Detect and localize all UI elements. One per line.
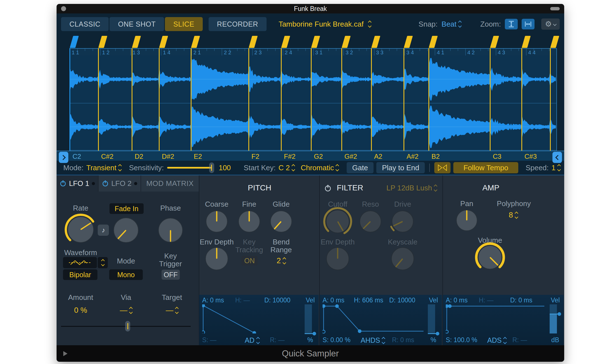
hold-value[interactable]: H: — [235, 297, 250, 304]
crossfade-button[interactable] [434, 162, 451, 173]
slice-flag-icon[interactable] [132, 36, 141, 48]
velocity-handle-dot[interactable] [436, 332, 439, 335]
velocity-handle-dot[interactable] [312, 332, 316, 335]
slice-marker[interactable] [132, 48, 132, 151]
scale-select[interactable]: Chromatic [301, 164, 339, 172]
velocity-slider[interactable] [428, 304, 435, 333]
amount-slider[interactable] [61, 326, 191, 327]
envelope-graph[interactable] [323, 304, 426, 333]
sustain-value[interactable]: S: 0.00 % [323, 336, 351, 344]
amp-envelope-panel[interactable]: A: 0 ms H: — D: 0 ms Vel S: 100.0 % ADS … [442, 295, 564, 345]
slice-flag-icon[interactable] [522, 36, 531, 48]
slice-flag-icon[interactable] [281, 36, 290, 48]
settings-menu-button[interactable]: ⚙ [541, 18, 560, 30]
speed-select[interactable]: 1 [552, 164, 560, 172]
via-select[interactable]: — [120, 306, 132, 315]
rate-knob[interactable] [64, 213, 97, 247]
envelope-mode-select[interactable]: ADS [487, 336, 506, 344]
slice-marker[interactable] [159, 48, 160, 151]
polyphony-select[interactable]: 8 [509, 211, 518, 220]
drive-knob[interactable] [388, 207, 417, 237]
filter-envelope-panel[interactable]: A: 0 ms H: 606 ms D: 10000 Vel S: 0.00 %… [319, 295, 442, 345]
waveform-display[interactable]: 1 11 21 31 42 12 22 32 43 13 23 33 44 14… [57, 35, 564, 161]
slice-flag-icon[interactable] [429, 36, 438, 48]
tab-lfo-1[interactable]: LFO 1 [57, 175, 99, 192]
slice-marker[interactable] [490, 48, 491, 151]
decay-value[interactable]: D: 10000 [389, 297, 415, 304]
sample-file-selector[interactable]: Tamborine Funk Break.caf [279, 20, 371, 29]
slice-flag-icon[interactable] [550, 36, 559, 48]
slice-marker[interactable] [191, 48, 192, 151]
release-value[interactable]: R: — [270, 336, 284, 344]
slice-flag-icon[interactable] [371, 36, 380, 48]
sensitivity-slider-handle[interactable] [209, 162, 214, 173]
lfo-mode-selector[interactable]: Mono [109, 269, 143, 280]
slice-marker[interactable] [281, 48, 282, 151]
bend-range-select[interactable]: 2 [277, 256, 286, 265]
fade-in-selector[interactable]: Fade In [109, 203, 144, 214]
slice-flag-icon[interactable] [98, 36, 107, 48]
start-key-select[interactable]: C 2 [279, 164, 295, 172]
slice-flag-icon[interactable] [404, 36, 413, 48]
power-icon[interactable] [102, 180, 109, 187]
slice-marker[interactable] [521, 48, 522, 151]
key-tracking-toggle[interactable]: ON [241, 256, 258, 265]
envelope-graph[interactable] [202, 304, 302, 333]
amount-value[interactable]: 0 % [74, 306, 87, 315]
slice-marker[interactable] [311, 48, 312, 151]
hold-value[interactable]: H: — [479, 297, 493, 304]
sustain-value[interactable]: S: 100.0 % [446, 336, 477, 344]
zoom-vertical-button[interactable] [505, 19, 518, 29]
slice-marker[interactable] [341, 48, 342, 151]
release-value[interactable]: R: — [512, 336, 527, 344]
slice-marker[interactable] [403, 48, 404, 151]
slice-marker[interactable] [428, 48, 429, 151]
amount-slider-handle[interactable] [125, 321, 130, 332]
sensitivity-slider[interactable] [167, 167, 212, 169]
slice-flag-icon[interactable] [342, 36, 351, 48]
phase-knob[interactable] [155, 214, 186, 247]
polarity-selector[interactable]: Bipolar [63, 269, 97, 280]
slice-flag-icon[interactable] [249, 36, 258, 48]
volume-knob[interactable] [475, 242, 505, 274]
envelope-mode-select[interactable]: AHDS [361, 336, 385, 344]
zoom-horizontal-button[interactable] [522, 19, 535, 29]
fine-knob[interactable] [235, 207, 263, 237]
target-select[interactable]: — [166, 306, 178, 315]
decay-value[interactable]: D: 0 ms [510, 297, 532, 304]
slice-marker[interactable] [248, 48, 249, 151]
keyscale-knob[interactable] [388, 244, 417, 275]
release-value[interactable]: R: 0 ms [392, 336, 414, 344]
tab-classic[interactable]: CLASSIC [61, 17, 109, 31]
key-trigger-toggle[interactable]: OFF [162, 270, 180, 280]
slice-marker[interactable] [98, 48, 99, 151]
tab-mod-matrix[interactable]: MOD MATRIX [141, 175, 199, 192]
attack-value[interactable]: A: 0 ms [323, 297, 344, 304]
attack-value[interactable]: A: 0 ms [446, 297, 468, 304]
velocity-slider[interactable] [305, 304, 312, 333]
filter-env-depth-knob[interactable] [323, 244, 353, 275]
window-resize-handle[interactable] [550, 7, 560, 10]
slice-marker[interactable] [69, 48, 70, 151]
pan-knob[interactable] [453, 206, 481, 235]
fade-in-knob[interactable] [110, 214, 142, 247]
attack-value[interactable]: A: 0 ms [202, 297, 224, 304]
tab-lfo-2[interactable]: LFO 2 [99, 175, 141, 192]
follow-tempo-button[interactable]: Follow Tempo [453, 162, 518, 173]
lfo-waveform-stepper[interactable] [98, 257, 108, 268]
snap-value[interactable]: Beat [442, 20, 461, 29]
envelope-graph[interactable] [446, 304, 547, 333]
envelope-mode-select[interactable]: AD [245, 336, 259, 344]
slice-flag-icon[interactable] [70, 36, 79, 48]
pitch-envelope-panel[interactable]: A: 0 ms H: — D: 10000 Vel S: — AD R: — % [199, 295, 319, 345]
pitch-env-depth-knob[interactable] [202, 244, 232, 275]
gate-button[interactable]: Gate [347, 162, 374, 173]
rate-sync-button[interactable]: ♪ [98, 225, 109, 236]
slice-marker[interactable] [550, 48, 551, 151]
decay-value[interactable]: D: 10000 [264, 297, 290, 304]
power-icon[interactable] [60, 180, 66, 187]
slice-flag-icon[interactable] [311, 36, 320, 48]
filter-type-select[interactable]: LP 12dB Lush [386, 184, 437, 192]
slice-flag-icon[interactable] [159, 36, 168, 48]
filter-power-icon[interactable] [324, 185, 331, 191]
